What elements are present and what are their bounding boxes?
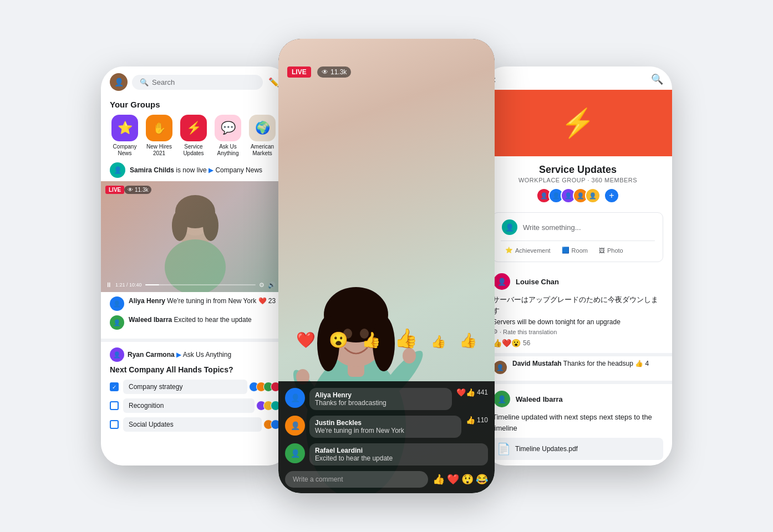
- poll-author-avatar: 👤: [110, 347, 124, 362]
- mid-view-count: 👁 11.3k: [317, 66, 351, 78]
- comments-section: 👤 Aliya Henry We're tuning in from New Y…: [101, 292, 289, 339]
- achievement-action[interactable]: ⭐ Achievement: [501, 244, 555, 256]
- like-emoji[interactable]: 👍: [433, 473, 445, 485]
- poll-option-1[interactable]: Company strategy: [110, 380, 281, 394]
- photo-label: Photo: [607, 247, 623, 254]
- reaction-icons-1: 👍 ❤️ 😮: [492, 339, 521, 347]
- mid-live-badge: LIVE: [287, 66, 311, 78]
- eye-icon-mid: 👁: [322, 68, 328, 76]
- group-item-ask-us[interactable]: 💬 Ask Us Anything: [213, 115, 243, 157]
- poll-option-text-2: Recognition: [123, 398, 255, 413]
- chat-text-1: Thanks for broadcasting: [315, 399, 446, 407]
- chat-name-2: Justin Beckles: [315, 419, 456, 427]
- right-header: ‹ 🔍: [484, 66, 672, 90]
- comment-input-bar[interactable]: Write a comment 👍 ❤️ 😲 😂: [285, 471, 488, 488]
- group-item-new-hires[interactable]: ✋ New Hires 2021: [144, 115, 174, 157]
- chat-avatar-3: 👤: [285, 443, 305, 463]
- comment-text-1: Aliya Henry We're tuning in from New Yor…: [129, 296, 276, 306]
- settings-icon[interactable]: ⚙: [259, 282, 265, 289]
- groups-section: Your Groups ⭐ Company News ✋ New Hires 2…: [101, 95, 289, 159]
- chat-reaction-count-2: 110: [477, 416, 488, 424]
- post-avatar-1: 👤: [492, 272, 511, 291]
- achievement-icon: ⭐: [505, 247, 513, 254]
- post-translation: Servers will be down tonight for an upgr…: [492, 318, 663, 326]
- poll-checkbox-3[interactable]: [110, 420, 119, 429]
- wow-emoji[interactable]: 😲: [461, 473, 474, 485]
- groups-title: Your Groups: [110, 100, 281, 109]
- poll-section: 👤 Ryan Carmona ▶ Ask Us Anything Next Co…: [101, 342, 289, 442]
- poll-author-name: Ryan Carmona: [128, 351, 175, 359]
- chat-name-1: Aliya Henry: [315, 391, 446, 399]
- reaction-wow: 😮: [329, 331, 348, 349]
- chat-bubble-3: Rafael Leardini Excited to hear the upda…: [309, 443, 488, 466]
- reply-author-david: David Mustafah: [512, 360, 562, 367]
- left-phone: 👤 🔍 Search ✏️ Your Groups ⭐ Company News…: [101, 66, 289, 466]
- group-icon-service-updates: ⚡: [180, 115, 207, 141]
- post-reactions-1: 👍 ❤️ 😮 56: [492, 339, 663, 347]
- post-composer[interactable]: 👤 Write something... ⭐ Achievement 🟦 Roo…: [492, 212, 663, 262]
- poll-option-2[interactable]: Recognition: [110, 398, 281, 413]
- search-icon-right[interactable]: 🔍: [651, 73, 663, 85]
- volume-icon[interactable]: 🔊: [268, 282, 276, 289]
- reply-item-david: 👤 David Mustafah Thanks for the headsup …: [484, 356, 672, 384]
- progress-bar[interactable]: [145, 284, 256, 285]
- comment-item-2: 👤 Waleed Ibarra Excited to hear the upda…: [110, 315, 281, 330]
- laugh-emoji[interactable]: 😂: [476, 473, 488, 485]
- group-item-service-updates[interactable]: ⚡ Service Updates: [179, 115, 208, 157]
- comment-item-1: 👤 Aliya Henry We're tuning in from New Y…: [110, 296, 281, 311]
- group-info: Service Updates WORKPLACE GROUP · 360 ME…: [484, 156, 672, 208]
- chat-msg-2: 👤 Justin Beckles We're tuning in from Ne…: [285, 416, 488, 438]
- comment-text-2: Waleed Ibarra Excited to hear the update: [129, 315, 252, 325]
- post-author-1: Louise Chan: [516, 278, 559, 286]
- group-label-american-markets: American Markets: [247, 144, 277, 157]
- post-avatar-2: 👤: [492, 390, 511, 408]
- room-icon: 🟦: [562, 247, 569, 254]
- user-avatar[interactable]: 👤: [110, 73, 128, 91]
- poll-checkbox-1[interactable]: [110, 382, 119, 391]
- poll-option-3[interactable]: Social Updates: [110, 417, 281, 432]
- chat-bubble-1: Aliya Henry Thanks for broadcasting: [309, 388, 452, 410]
- composer-actions: ⭐ Achievement 🟦 Room 🖼 Photo: [501, 241, 655, 256]
- emoji-reactions: 👍 ❤️ 😲 😂: [433, 473, 488, 485]
- attachment-row[interactable]: 📄 Timeline Updates.pdf: [492, 438, 663, 460]
- live-is-text: is now live: [174, 166, 208, 174]
- video-controls[interactable]: ⏸ 1:21 / 10:40 ⚙ 🔊 ⛶: [105, 281, 285, 289]
- post-item-2: 👤 Waleed Ibarra Timeline updated with ne…: [484, 384, 672, 466]
- eye-icon: 👁: [128, 187, 133, 193]
- chat-reactions-2: 👍 110: [466, 416, 488, 424]
- translate-link[interactable]: ⚙ · Rate this translation: [492, 328, 663, 335]
- group-meta: WORKPLACE GROUP · 360 MEMBERS: [492, 177, 663, 183]
- photo-icon: 🖼: [599, 247, 605, 254]
- chat-text-2: We're tuning in from New York: [315, 427, 456, 434]
- reply-avatar-david: 👤: [492, 360, 508, 375]
- chat-msg-3: 👤 Rafael Leardini Excited to hear the up…: [285, 443, 488, 466]
- pause-icon[interactable]: ⏸: [105, 281, 112, 289]
- bolt-icon: ⚡: [561, 107, 595, 139]
- middle-phone: LIVE 👁 11.3k ❤️ 😮 👍 👍 👍 👍 👤: [278, 39, 495, 493]
- group-label-company-news: Company News: [110, 144, 140, 157]
- reaction-like-1: 👍: [362, 331, 381, 349]
- group-item-american-markets[interactable]: 🌍 American Markets: [247, 115, 277, 157]
- room-action[interactable]: 🟦 Room: [557, 244, 592, 256]
- poll-checkbox-2[interactable]: [110, 401, 119, 410]
- photo-action[interactable]: 🖼 Photo: [594, 244, 628, 256]
- chat-reaction-icon-2: 👍: [466, 416, 475, 424]
- group-item-company-news[interactable]: ⭐ Company News: [110, 115, 140, 157]
- live-notification[interactable]: 👤 Samira Childs is now live ▶ Company Ne…: [101, 159, 289, 181]
- search-bar[interactable]: 🔍 Search: [132, 75, 263, 90]
- comment-input[interactable]: Write a comment: [285, 471, 428, 488]
- live-video[interactable]: LIVE 👁 11.3k ⏸ 1:21 / 10:40 ⚙ 🔊 ⛶: [101, 181, 289, 292]
- chat-avatar-1: 👤: [285, 388, 305, 408]
- post-author-2: Waleed Ibarra: [516, 395, 563, 403]
- video-view-count: 👁 11.3k: [124, 186, 151, 194]
- reply-text-david: David Mustafah Thanks for the headsup 👍 …: [512, 360, 649, 367]
- composer-placeholder[interactable]: Write something...: [523, 223, 581, 232]
- comment-avatar-2: 👤: [110, 315, 124, 330]
- chat-reaction-count-1: 441: [477, 388, 488, 396]
- chat-name-3: Rafael Leardini: [315, 447, 482, 454]
- poll-question: Next Company All Hands Topics?: [110, 365, 281, 374]
- heart-emoji[interactable]: ❤️: [447, 473, 459, 485]
- add-member-button[interactable]: +: [604, 188, 619, 203]
- group-name: Service Updates: [492, 164, 663, 176]
- love-icon: ❤️: [502, 339, 511, 347]
